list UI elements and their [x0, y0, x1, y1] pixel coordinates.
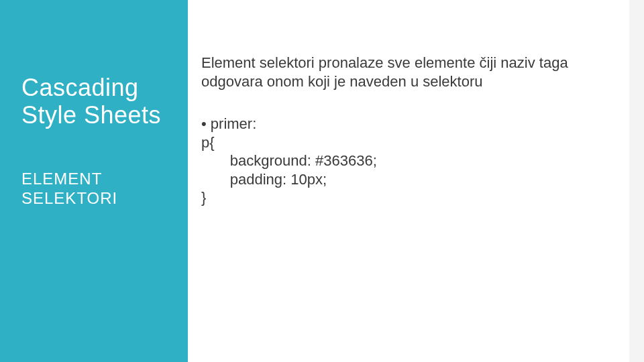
right-edge-decor: [629, 0, 644, 362]
left-panel: Cascading Style Sheets ELEMENT SELEKTORI: [0, 0, 188, 362]
example-label: • primer:: [201, 115, 604, 133]
slide: Cascading Style Sheets ELEMENT SELEKTORI…: [0, 0, 644, 362]
title-line-1: Cascading: [21, 74, 170, 101]
subtitle-line-2: SELEKTORI: [21, 189, 170, 208]
subtitle-line-1: ELEMENT: [21, 170, 170, 189]
title-line-2: Style Sheets: [21, 101, 170, 129]
description-text: Element selektori pronalaze sve elemente…: [201, 54, 604, 90]
subtitle-block: ELEMENT SELEKTORI: [21, 170, 170, 208]
code-example: p{ background: #363636; padding: 10px; }: [201, 133, 604, 207]
content-panel: Element selektori pronalaze sve elemente…: [201, 54, 604, 207]
